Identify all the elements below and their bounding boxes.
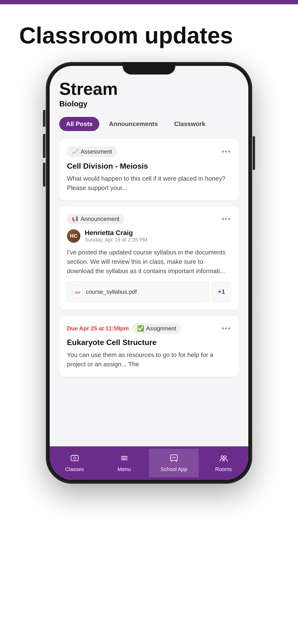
author-date: Sunday, Apr 19 at 2:35 PM xyxy=(85,237,147,243)
announcement-more-button[interactable]: ••• xyxy=(221,214,231,223)
posts-area: 📈 Assessment ••• Cell Division - Meiosis… xyxy=(59,139,239,382)
due-date: Due Apr 25 at 11:59pm xyxy=(67,325,129,332)
school-app-icon xyxy=(169,454,179,465)
bottom-purple-bar xyxy=(0,591,298,644)
phone-button-volume-up xyxy=(43,134,45,158)
tab-classwork[interactable]: Classwork xyxy=(168,117,212,131)
bottom-yellow-left xyxy=(0,620,48,644)
stream-title: Stream xyxy=(59,80,239,98)
nav-item-school-app[interactable]: School App xyxy=(149,449,199,477)
assessment-tag: 📈 Assessment xyxy=(67,146,117,157)
post-card-announcement[interactable]: 📢 Announcement ••• HC Henrietta Craig Su… xyxy=(59,206,239,310)
post-card-assessment[interactable]: 📈 Assessment ••• Cell Division - Meiosis… xyxy=(59,139,239,200)
phone-screen: Stream Biology All Posts Announcements C… xyxy=(50,66,248,480)
assignment-tag: ✅ Assignment xyxy=(132,323,181,334)
phone-mockup: Stream Biology All Posts Announcements C… xyxy=(46,62,252,484)
top-bar xyxy=(0,0,298,4)
page-background: Classroom updates Stream Biology xyxy=(0,4,298,644)
assignment-more-button[interactable]: ••• xyxy=(221,324,231,333)
post-card-announcement-header: 📢 Announcement ••• xyxy=(67,214,231,224)
svg-point-12 xyxy=(224,456,226,458)
post-more-button[interactable]: ••• xyxy=(221,147,231,156)
pdf-attachment[interactable]: PDF course_syllabus.pdf xyxy=(67,282,209,302)
phone-notch xyxy=(123,62,175,74)
assessment-icon: 📈 xyxy=(72,148,78,155)
svg-text:PDF: PDF xyxy=(75,291,81,294)
svg-point-3 xyxy=(73,457,76,459)
svg-point-11 xyxy=(221,456,223,458)
announcement-tag: 📢 Announcement xyxy=(67,214,124,224)
author-info: Henrietta Craig Sunday, Apr 19 at 2:35 P… xyxy=(85,229,147,243)
avatar: HC xyxy=(67,229,80,243)
page-title: Classroom updates xyxy=(0,4,298,62)
phone-frame: Stream Biology All Posts Announcements C… xyxy=(46,62,252,484)
pdf-filename: course_syllabus.pdf xyxy=(86,288,137,295)
announcement-body: I've posted the updated course syllabus … xyxy=(67,248,231,276)
nav-item-menu[interactable]: Menu xyxy=(99,449,149,477)
rooms-icon xyxy=(219,454,228,465)
nav-item-classes[interactable]: Classes xyxy=(50,449,99,477)
svg-point-8 xyxy=(172,457,173,458)
svg-point-10 xyxy=(175,457,176,458)
nav-label-menu: Menu xyxy=(117,466,131,472)
svg-point-9 xyxy=(174,457,175,458)
post-assessment-title: Cell Division - Meiosis xyxy=(67,162,231,170)
attachment-more-button[interactable]: +1 xyxy=(212,282,231,302)
assignment-body: You can use them as resources to go to f… xyxy=(67,350,231,369)
post-card-assessment-header: 📈 Assessment ••• xyxy=(67,146,231,157)
post-card-assignment[interactable]: Due Apr 25 at 11:59pm ✅ Assignment ••• E… xyxy=(59,316,239,376)
post-assessment-body: What would happen to this cell if it wer… xyxy=(67,174,231,192)
phone-button-power xyxy=(253,136,255,170)
nav-label-rooms: Rooms xyxy=(215,466,232,472)
phone-button-volume-down xyxy=(43,163,45,187)
announcement-icon: 📢 xyxy=(72,216,78,222)
nav-label-classes: Classes xyxy=(65,466,84,472)
assignment-card-header: Due Apr 25 at 11:59pm ✅ Assignment ••• xyxy=(67,323,231,334)
bottom-nav: Classes Menu xyxy=(50,446,248,480)
assignment-icon: ✅ xyxy=(137,325,144,332)
stream-subtitle: Biology xyxy=(59,100,239,108)
tab-all-posts[interactable]: All Posts xyxy=(59,117,99,131)
attachment-row: PDF course_syllabus.pdf +1 xyxy=(67,282,231,302)
phone-button-mute xyxy=(43,110,45,127)
assignment-header-left: Due Apr 25 at 11:59pm ✅ Assignment xyxy=(67,323,181,334)
classes-icon xyxy=(70,454,79,465)
bottom-decoration xyxy=(0,576,298,644)
tab-announcements[interactable]: Announcements xyxy=(102,117,165,131)
nav-item-rooms[interactable]: Rooms xyxy=(199,449,248,477)
tab-bar: All Posts Announcements Classwork xyxy=(59,117,239,131)
assignment-title: Eukaryote Cell Structure xyxy=(67,338,231,347)
svg-rect-2 xyxy=(71,456,78,461)
announcement-author: HC Henrietta Craig Sunday, Apr 19 at 2:3… xyxy=(67,229,231,243)
author-name: Henrietta Craig xyxy=(85,229,147,237)
screen-content: Stream Biology All Posts Announcements C… xyxy=(50,66,248,446)
nav-label-school-app: School App xyxy=(161,466,187,472)
pdf-icon: PDF xyxy=(72,286,83,298)
menu-icon xyxy=(120,454,129,465)
bottom-yellow-right xyxy=(238,600,298,634)
